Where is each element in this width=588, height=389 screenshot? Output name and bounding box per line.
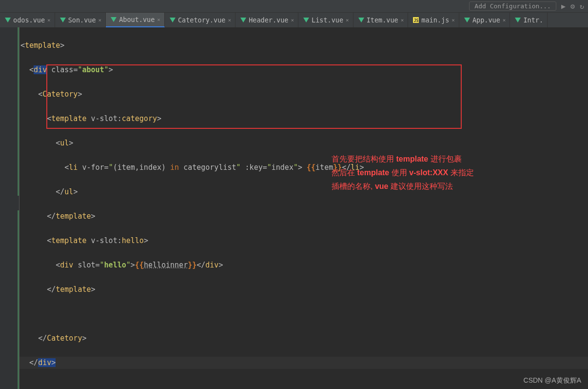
- tab-list[interactable]: List.vue×: [298, 13, 353, 27]
- close-icon[interactable]: ×: [346, 17, 349, 23]
- tab-mainjs[interactable]: JSmain.js×: [408, 13, 459, 27]
- refresh-icon[interactable]: ↻: [580, 2, 584, 11]
- tab-header[interactable]: Header.vue×: [235, 13, 298, 27]
- vue-icon: [464, 18, 470, 23]
- close-icon[interactable]: ×: [98, 17, 102, 23]
- run-icon[interactable]: ▶: [561, 2, 566, 11]
- watermark: CSDN @A黄俊辉A: [524, 376, 581, 385]
- vue-icon: [303, 18, 309, 23]
- close-icon[interactable]: ×: [503, 17, 506, 23]
- close-icon[interactable]: ×: [228, 17, 232, 23]
- vue-icon: [240, 18, 246, 23]
- tab-son[interactable]: Son.vue×: [55, 13, 106, 27]
- vue-icon: [111, 17, 117, 22]
- add-configuration-dropdown[interactable]: Add Configuration...: [469, 1, 556, 11]
- close-icon[interactable]: ×: [291, 17, 294, 23]
- vue-icon: [358, 18, 364, 23]
- debug-icon[interactable]: ⚙: [570, 2, 575, 11]
- vue-icon: [5, 18, 11, 23]
- gutter: [0, 27, 20, 389]
- annotation-text: 首先要把结构使用 template 进行包裹 然后在 template 使用 v…: [332, 152, 474, 193]
- tab-intr[interactable]: Intr.: [510, 13, 548, 27]
- close-icon[interactable]: ×: [451, 17, 455, 23]
- tab-odos[interactable]: odos.vue×: [0, 13, 55, 27]
- vue-icon: [515, 18, 521, 23]
- tab-app[interactable]: App.vue×: [459, 13, 510, 27]
- editor-tabs: odos.vue× Son.vue× About.vue× Catetory.v…: [0, 13, 588, 27]
- code-editor[interactable]: <template> <div class="about"> <Catetory…: [0, 27, 588, 389]
- toolbar: Add Configuration... ▶ ⚙ ↻: [0, 0, 588, 13]
- close-icon[interactable]: ×: [157, 17, 160, 23]
- close-icon[interactable]: ×: [401, 17, 404, 23]
- tab-about[interactable]: About.vue×: [106, 13, 165, 27]
- js-icon: JS: [413, 17, 419, 23]
- vue-icon: [170, 18, 176, 23]
- tab-catetory[interactable]: Catetory.vue×: [165, 13, 235, 27]
- code-content: <template> <div class="about"> <Catetory…: [20, 27, 588, 389]
- vue-icon: [60, 18, 66, 23]
- close-icon[interactable]: ×: [47, 17, 51, 23]
- tab-item[interactable]: Item.vue×: [353, 13, 409, 27]
